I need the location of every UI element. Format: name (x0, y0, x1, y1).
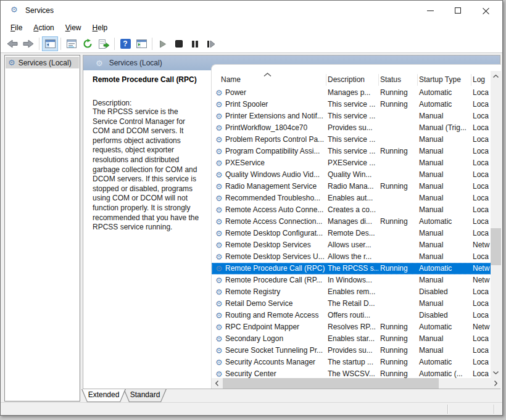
show-action-pane-button[interactable] (133, 36, 149, 51)
restart-service-button[interactable] (203, 36, 219, 51)
toolbar-separator (114, 38, 115, 50)
service-logon-cell: Loca (473, 310, 491, 321)
scroll-right-button[interactable] (491, 378, 501, 389)
horizontal-scrollbar[interactable] (212, 378, 501, 389)
export-list-button[interactable] (96, 36, 112, 51)
service-startup-cell: Manual (419, 134, 471, 146)
service-name-cell: ⚙Security Accounts Manager (212, 356, 326, 368)
table-row[interactable]: ⚙Remote Access Connection... Manages di.… (212, 216, 491, 228)
table-row[interactable]: ⚙Printer Extensions and Notif... This se… (212, 110, 491, 122)
table-row[interactable]: ⚙Problem Reports Control Pa... This serv… (212, 134, 491, 146)
column-divider[interactable] (417, 74, 418, 86)
services-rows: ⚙Power Manages p... Running Automatic Lo… (212, 87, 491, 380)
service-logon-cell: Loca (473, 204, 491, 216)
service-description-cell: Remote Des... (328, 228, 379, 239)
table-row[interactable]: ⚙Remote Desktop Services U... Allows the… (212, 251, 491, 263)
chevron-down-icon (493, 371, 499, 374)
show-console-tree-button[interactable] (42, 36, 58, 51)
service-description-cell: The RPCSS s... (328, 263, 379, 274)
table-row[interactable]: ⚙RPC Endpoint Mapper Resolves RP... Runn… (212, 321, 491, 333)
help-button[interactable]: ? (117, 36, 133, 51)
table-row[interactable]: ⚙Power Manages p... Running Automatic Lo… (212, 87, 491, 99)
menu-action[interactable]: Action (28, 22, 59, 34)
column-header-name[interactable]: Name (221, 75, 323, 84)
service-description-cell: PXEService ... (328, 157, 379, 169)
service-logon-cell: Netw (473, 274, 491, 286)
table-row[interactable]: ⚙Security Accounts Manager The startup .… (212, 356, 491, 368)
vertical-scroll-thumb[interactable] (491, 228, 501, 265)
service-logon-cell: Loca (473, 251, 491, 263)
column-header-startup-type[interactable]: Startup Type (419, 75, 470, 84)
selected-service-title: Remote Procedure Call (RPC) (93, 75, 204, 84)
service-status-cell (380, 134, 417, 146)
maximize-button[interactable] (444, 1, 472, 20)
service-logon-cell: Loca (473, 169, 491, 181)
service-status-cell: Running (380, 345, 417, 356)
service-status-cell (380, 274, 417, 286)
table-row[interactable]: ⚙Remote Desktop Configurat... Remote Des… (212, 228, 491, 239)
minimize-button[interactable] (417, 1, 444, 20)
table-row[interactable]: ⚙Remote Registry Enables rem... Disabled… (212, 286, 491, 298)
table-row[interactable]: ⚙Routing and Remote Access Offers routi.… (212, 310, 491, 321)
services-gear-icon: ⚙ (8, 59, 15, 67)
close-button[interactable] (472, 1, 500, 20)
table-row[interactable]: ⚙PXEService PXEService ... Manual Loca (212, 157, 491, 169)
menu-file[interactable]: File (5, 22, 28, 34)
column-header-status[interactable]: Status (380, 75, 415, 84)
refresh-button[interactable] (80, 36, 96, 51)
menu-help[interactable]: Help (87, 22, 114, 34)
service-status-cell (380, 286, 417, 298)
column-divider[interactable] (471, 74, 471, 86)
table-row[interactable]: ⚙Remote Procedure Call (RPC) The RPCSS s… (212, 263, 491, 274)
stop-service-button[interactable] (171, 36, 187, 51)
menu-view[interactable]: View (60, 22, 87, 34)
service-logon-cell: Loca (473, 345, 491, 356)
service-status-cell: Running (380, 333, 417, 345)
tab-extended[interactable]: Extended (81, 389, 126, 402)
scroll-down-button[interactable] (491, 368, 501, 378)
table-row[interactable]: ⚙Recommended Troublesho... Enables aut..… (212, 192, 491, 204)
pause-service-button[interactable] (187, 36, 203, 51)
table-row[interactable]: ⚙Radio Management Service Radio Mana... … (212, 181, 491, 192)
column-divider[interactable] (378, 74, 379, 86)
service-status-cell (380, 251, 417, 263)
service-startup-cell: Manual (419, 239, 471, 251)
service-gear-icon: ⚙ (215, 311, 223, 319)
service-gear-icon: ⚙ (215, 253, 223, 261)
table-row[interactable]: ⚙PrintWorkflow_1804ce70 Provides su... M… (212, 122, 491, 134)
table-row[interactable]: ⚙Remote Access Auto Conne... Creates a c… (212, 204, 491, 216)
service-name-cell: ⚙Remote Registry (212, 286, 326, 298)
action-pane-icon (136, 39, 147, 48)
extended-description-panel: Remote Procedure Call (RPC) Description:… (83, 70, 211, 389)
sidebar-item-services-local[interactable]: ⚙ Services (Local) (6, 57, 79, 68)
service-description-cell: Creates a co... (328, 204, 379, 216)
back-button[interactable] (4, 36, 20, 51)
table-row[interactable]: ⚙Secondary Logon Enables star... Running… (212, 333, 491, 345)
service-logon-cell: Loca (473, 333, 491, 345)
table-row[interactable]: ⚙Retail Demo Service The Retail D... Man… (212, 298, 491, 310)
service-name: Remote Desktop Configurat... (225, 228, 325, 239)
column-divider[interactable] (326, 74, 326, 86)
service-gear-icon: ⚙ (215, 229, 223, 237)
scroll-left-button[interactable] (212, 378, 222, 389)
tab-standard[interactable]: Standard (123, 389, 167, 402)
table-row[interactable]: ⚙Quality Windows Audio Vid... Quality Wi… (212, 169, 491, 181)
service-startup-cell: Manual (419, 169, 471, 181)
table-row[interactable]: ⚙Remote Procedure Call (RP... In Windows… (212, 274, 491, 286)
vertical-scrollbar[interactable] (491, 71, 501, 378)
table-row[interactable]: ⚙Remote Desktop Services Allows user... … (212, 239, 491, 251)
column-header-log-on-as[interactable]: Log (473, 75, 490, 84)
band-gear-icon: ⚙ (96, 59, 103, 67)
service-name-cell: ⚙Remote Desktop Services (212, 239, 326, 251)
forward-button[interactable] (20, 36, 36, 51)
table-row[interactable]: ⚙Program Compatibility Assi... This serv… (212, 146, 491, 157)
properties-button[interactable] (64, 36, 80, 51)
start-service-button[interactable] (155, 36, 171, 51)
horizontal-scroll-thumb[interactable] (223, 378, 439, 389)
table-row[interactable]: ⚙Print Spooler This service ... Running … (212, 99, 491, 110)
view-tabs: Extended Standard (81, 389, 164, 402)
service-name: Print Spooler (225, 99, 325, 110)
scroll-up-button[interactable] (491, 71, 501, 81)
table-row[interactable]: ⚙Secure Socket Tunneling Pr... Provides … (212, 345, 491, 356)
column-header-description[interactable]: Description (328, 75, 376, 84)
